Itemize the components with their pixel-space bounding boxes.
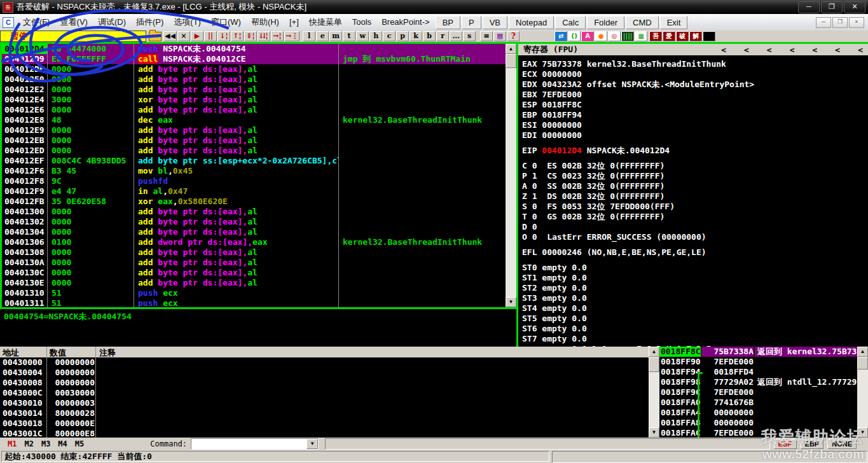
menu-item-快捷菜单[interactable]: 快捷菜单 bbox=[304, 15, 347, 29]
windows-icon[interactable]: ▦ bbox=[493, 31, 506, 41]
memory-row[interactable]: 0043000C00030000 bbox=[0, 388, 659, 398]
disasm-row[interactable]: 0040130E0000add byte ptr ds:[eax],al bbox=[2, 278, 506, 288]
register-row[interactable]: EDX 004323A2 offset NSPACK未.<ModuleEntry… bbox=[522, 79, 868, 90]
close-button[interactable]: ✕ bbox=[844, 1, 865, 13]
flag-row[interactable]: C 0 ES 002B 32位 0(FFFFFFFF) bbox=[522, 161, 868, 171]
step-over-icon[interactable]: ↑¦ bbox=[231, 31, 244, 41]
stack-row[interactable]: 0018FF940018FFD4 bbox=[659, 367, 857, 377]
disasm-row[interactable]: 004012DE0000add byte ptr ds:[eax],al bbox=[2, 64, 506, 74]
memory-row[interactable]: 0043001480000028 bbox=[0, 408, 659, 418]
disasm-row[interactable]: 004012EB0000add byte ptr ds:[eax],al bbox=[2, 135, 506, 146]
stack-row[interactable]: 0018FFA400000000 bbox=[659, 408, 857, 418]
command-input[interactable]: ▼ bbox=[191, 438, 319, 450]
menu-item-文件(F)[interactable]: 文件(F) bbox=[18, 15, 55, 29]
disasm-scrollbar-down[interactable]: ▼ bbox=[506, 297, 516, 307]
update-icon[interactable]: ⇄ bbox=[555, 31, 567, 41]
column-separator[interactable] bbox=[95, 357, 96, 438]
disasm-row[interactable]: 004012ED0000add byte ptr ds:[eax],al bbox=[2, 146, 506, 156]
fpu-st-row[interactable]: ST7 empty 0.0 bbox=[522, 334, 868, 344]
menu-button-bp[interactable]: BP bbox=[436, 16, 460, 29]
memory-row[interactable]: 0043000000000000 bbox=[0, 357, 659, 368]
stack-scrollbar-down[interactable]: ▼ bbox=[857, 427, 868, 438]
column-separator[interactable] bbox=[338, 44, 339, 307]
stack-row[interactable]: 0018FF9877729A02返回到 ntdll_12.77729 bbox=[659, 377, 857, 387]
panel-button-c[interactable]: c bbox=[383, 31, 396, 41]
panel-button-p[interactable]: p bbox=[396, 31, 409, 41]
memory-tab-m5[interactable]: M5 bbox=[75, 439, 84, 448]
barcode-icon[interactable]: |||| bbox=[621, 31, 634, 41]
memory-scrollbar[interactable]: ▲ ▼ bbox=[649, 347, 659, 438]
stackfix-button-none[interactable]: NONE bbox=[827, 439, 857, 449]
menu-item-窗口(W)[interactable]: 窗口(W) bbox=[206, 15, 246, 29]
register-row-eip[interactable]: EIP 004012D4 NSPACK未.004012D4 bbox=[522, 146, 868, 156]
collapse-arrow-icon[interactable]: < bbox=[813, 45, 818, 55]
api-helper-icon[interactable]: A bbox=[581, 31, 594, 41]
panel-button-r[interactable]: r bbox=[436, 31, 449, 41]
fpu-st-row[interactable]: ST3 empty 0.0 bbox=[522, 293, 868, 303]
memory-tab-m2[interactable]: M2 bbox=[24, 439, 33, 448]
memory-row[interactable]: 0043001000000003 bbox=[0, 398, 659, 408]
stack-row[interactable]: 0018FFAC7EFDE000 bbox=[659, 428, 857, 438]
menu-item-帮助(H)[interactable]: 帮助(H) bbox=[246, 15, 284, 29]
stack-scrollbar[interactable]: ▲ ▼ bbox=[857, 347, 868, 438]
run-icon[interactable]: ▶ bbox=[191, 31, 203, 41]
memory-tab-m1[interactable]: M1 bbox=[8, 439, 17, 448]
ball-icon[interactable]: ● bbox=[595, 31, 607, 41]
mdi-restore-button[interactable]: ❐ bbox=[832, 17, 848, 28]
disasm-row[interactable]: 004012E20000add byte ptr ds:[eax],al bbox=[2, 85, 506, 95]
collapse-arrow-icon[interactable]: < bbox=[790, 45, 795, 55]
flag-row[interactable]: S 0 FS 0053 32位 7EFDD000(FFF) bbox=[522, 202, 868, 212]
efl-row[interactable]: EFL 00000246 (NO,NB,E,BE,NS,PE,GE,LE) bbox=[522, 247, 868, 258]
fpu-st-row[interactable]: ST2 empty 0.0 bbox=[522, 283, 868, 293]
grid-window-icon[interactable]: ▦ bbox=[635, 31, 647, 41]
fpu-st-row[interactable]: ST4 empty 0.0 bbox=[522, 303, 868, 314]
brand-icon-爱[interactable]: 爱 bbox=[663, 31, 675, 41]
fpu-st-row[interactable]: ST5 empty 0.0 bbox=[522, 314, 868, 324]
disasm-row[interactable]: 004013060100add dword ptr ds:[eax],eaxke… bbox=[2, 237, 506, 247]
uu-plugin-icon[interactable]: () bbox=[568, 31, 581, 41]
disasm-row[interactable]: 004013000000add byte ptr ds:[eax],al bbox=[2, 207, 506, 217]
menu-button-cmd[interactable]: CMD bbox=[626, 16, 659, 29]
disasm-row[interactable]: 0040130C0000add byte ptr ds:[eax],al bbox=[2, 268, 506, 278]
column-separator[interactable] bbox=[46, 357, 47, 438]
disasm-row[interactable]: 004012E00000add byte ptr ds:[eax],al bbox=[2, 74, 506, 85]
panel-button-l[interactable]: l bbox=[303, 31, 315, 41]
list-icon[interactable]: ≡ bbox=[480, 31, 493, 41]
memory-scrollbar-down[interactable]: ▼ bbox=[649, 427, 659, 438]
memory-row[interactable]: 0043000800000000 bbox=[0, 378, 659, 388]
disasm-row[interactable]: 004012E60000add byte ptr ds:[eax],al bbox=[2, 105, 506, 115]
menu-item-插件(P)[interactable]: 插件(P) bbox=[131, 15, 169, 29]
menu-item-调试(D)[interactable]: 调试(D) bbox=[93, 15, 131, 29]
mdi-minimize-button[interactable]: ─ bbox=[816, 17, 831, 28]
panel-button-e[interactable]: e bbox=[316, 31, 329, 41]
disasm-scrollbar-up[interactable]: ▲ bbox=[506, 44, 516, 54]
trace-into-icon[interactable]: ⇓¦ bbox=[244, 31, 257, 41]
panel-button-t[interactable]: t bbox=[343, 31, 355, 41]
flag-row[interactable]: D 0 bbox=[522, 222, 868, 232]
collapse-arrow-icon[interactable]: < bbox=[744, 45, 749, 55]
stack-row[interactable]: 0018FFA07741676B bbox=[659, 397, 857, 408]
register-row[interactable]: EBX 7EFDE000 bbox=[522, 90, 868, 100]
memory-scrollbar-thumb[interactable] bbox=[649, 357, 659, 372]
memory-row[interactable]: 0043000400000000 bbox=[0, 368, 659, 378]
memory-tab-m4[interactable]: M4 bbox=[58, 439, 67, 448]
panel-button-...[interactable]: ... bbox=[450, 31, 462, 41]
disasm-row[interactable]: 004013080000add byte ptr ds:[eax],al bbox=[2, 247, 506, 258]
stack-scrollbar-up[interactable]: ▲ bbox=[857, 347, 868, 357]
disasm-row[interactable]: 004012EF008C4C 4B938DD5add byte ptr ss:[… bbox=[2, 156, 506, 166]
stackfix-button-esp[interactable]: ESP bbox=[774, 439, 797, 449]
disasm-row[interactable]: 0040131051push ecx bbox=[2, 288, 506, 298]
rewind-icon[interactable]: ◀◀ bbox=[163, 31, 177, 41]
menu-item-查看(V)[interactable]: 查看(V) bbox=[55, 15, 93, 29]
execute-till-return-icon[interactable]: →¦ bbox=[271, 31, 284, 41]
disasm-row[interactable]: 004012E43000xor byte ptr ds:[eax],al bbox=[2, 95, 506, 105]
register-row[interactable]: EAX 75B73378 kernel32.BaseThreadInitThun… bbox=[522, 59, 868, 69]
panel-button-m[interactable]: m bbox=[329, 31, 342, 41]
close-window-icon[interactable]: × bbox=[177, 31, 190, 41]
disasm-row[interactable]: 004012E90000add byte ptr ds:[eax],al bbox=[2, 125, 506, 135]
stack-row[interactable]: 0018FFA800000000 bbox=[659, 418, 857, 428]
combo-dropdown-icon[interactable]: ▼ bbox=[307, 439, 318, 449]
titlebar[interactable]: 吾 吾爱破解 - NSPACK未脱壳，未修复3.7.exe - [LCG - 主… bbox=[0, 0, 868, 14]
memory-scrollbar-up[interactable]: ▲ bbox=[649, 347, 659, 357]
memory-row[interactable]: 0043001C800000E8 bbox=[0, 429, 659, 438]
